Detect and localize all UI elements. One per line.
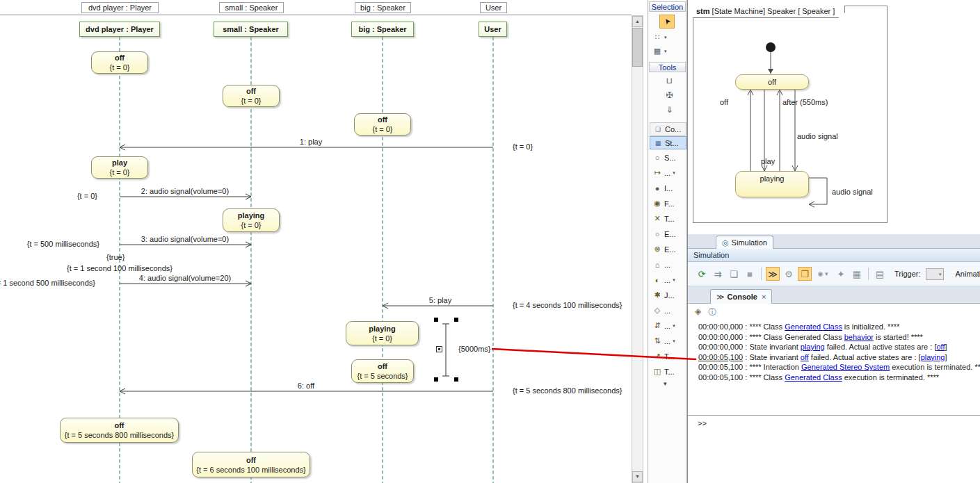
dropdown-icon[interactable]: ▾ <box>673 170 675 176</box>
state-invariant[interactable]: off{t = 5 seconds} <box>351 359 414 383</box>
palette-item[interactable]: ↗T... <box>650 350 686 363</box>
state-invariant[interactable]: off{t = 0} <box>91 51 148 74</box>
palette-tool-row[interactable]: ⇓ <box>650 103 686 116</box>
message-label[interactable]: 3: audio signal(volume=0) <box>109 235 262 243</box>
time-constraint-text[interactable]: {true} <box>106 253 124 261</box>
palette-tool-row[interactable]: ✠ <box>650 88 686 101</box>
time-constraint-text[interactable]: {t = 1 second 100 milliseconds} <box>67 264 172 272</box>
palette-tool-row[interactable]: ⊔ <box>650 74 686 87</box>
lifeline-head[interactable]: small : Speaker <box>214 22 288 37</box>
console-link[interactable]: Generated Class <box>785 373 842 382</box>
scroll-up-icon[interactable]: ▲ <box>632 16 643 27</box>
close-icon[interactable]: × <box>762 293 766 301</box>
lifeline-top-label[interactable]: big : Speaker <box>355 2 411 13</box>
selection-handle[interactable] <box>434 318 438 322</box>
palette-section-St[interactable]: ▦St... <box>650 136 686 149</box>
state-invariant[interactable]: off{t = 0} <box>223 85 280 107</box>
time-constraint-text[interactable]: {t = 500 milliseconds} <box>27 240 99 248</box>
message-label[interactable]: 5: play <box>364 296 517 304</box>
time-constraint-text[interactable]: {t = 0} <box>77 192 97 200</box>
console-link[interactable]: off <box>801 353 809 361</box>
palette-item[interactable]: ⌂... <box>650 258 686 271</box>
tab-simulation[interactable]: ◎ Simulation <box>716 236 773 249</box>
lifeline-head[interactable]: big : Speaker <box>351 22 414 37</box>
palette-item[interactable]: ✱J... <box>650 288 686 302</box>
trigger-dropdown[interactable]: ▾ <box>926 268 944 280</box>
palette-item[interactable]: ✕T... <box>650 212 686 225</box>
palette-item[interactable]: ⇅...▾ <box>650 334 686 347</box>
variables-table-icon[interactable]: ▦ <box>850 267 864 281</box>
lifeline-head[interactable]: User <box>479 22 507 37</box>
time-constraint-text[interactable]: {t = 5 seconds 800 milliseconds} <box>513 386 622 395</box>
settings-gear-icon[interactable]: ⚙ <box>782 267 796 281</box>
scroll-down-icon[interactable]: ▼ <box>632 471 643 482</box>
message-label[interactable]: 4: audio signal(volume=20) <box>109 274 262 282</box>
palette-item[interactable]: ◫T... <box>650 365 686 378</box>
time-constraint-text[interactable]: {t = 4 seconds 100 milliseconds} <box>513 301 622 309</box>
console-line[interactable]: 00:00:00,000 : **** Class Generated Clas… <box>698 322 980 332</box>
breakpoints-icon[interactable]: ◉ ▾ <box>814 267 832 281</box>
sm-transition-label[interactable]: audio signal <box>797 132 838 140</box>
palette-section-Co[interactable]: ❏Co... <box>650 122 686 136</box>
sm-state-playing[interactable]: playing <box>735 171 809 197</box>
dropdown-icon[interactable]: ▾ <box>664 49 667 54</box>
duration-constraint-label[interactable]: {5000ms} <box>458 345 490 353</box>
state-invariant[interactable]: off{t = 0} <box>354 113 411 136</box>
sm-transition-label[interactable]: audio signal <box>832 188 873 196</box>
palette-item[interactable]: ⇵...▾ <box>650 319 686 332</box>
step-icon[interactable]: ⇉ <box>711 267 725 281</box>
palette-item[interactable]: ◉F... <box>650 197 686 210</box>
message-label[interactable]: 1: play <box>234 138 387 146</box>
lifeline-top-label[interactable]: User <box>480 2 507 13</box>
windows-toggle-icon[interactable]: ❐ <box>798 267 812 281</box>
palette-item[interactable]: ⊗E... <box>650 243 686 256</box>
dropdown-icon[interactable]: ▾ <box>673 338 675 344</box>
console-link[interactable]: playing <box>921 353 945 361</box>
palette-tool-row[interactable]: ∷▾ <box>650 31 686 44</box>
lifeline-top-label[interactable]: dvd player : Player <box>81 2 159 13</box>
vertical-scrollbar[interactable]: ▲ ▼ <box>632 15 643 483</box>
console-output[interactable]: 00:00:00,000 : **** Class Generated Clas… <box>698 322 980 382</box>
selection-handle[interactable] <box>454 377 458 382</box>
time-constraint-text[interactable]: {t = 0} <box>513 142 533 151</box>
sequence-diagram-canvas[interactable]: dvd player : Playersmall : Speakerbig : … <box>0 0 632 483</box>
console-line[interactable]: 00:00:05,100 : **** Interaction Generate… <box>698 362 980 373</box>
run-icon[interactable]: ⟳ <box>695 267 709 281</box>
lock-icon[interactable]: ✦ <box>834 267 848 281</box>
selection-handle[interactable] <box>434 377 438 382</box>
dropdown-icon[interactable]: ▾ <box>673 277 675 283</box>
console-line[interactable]: 00:00:05,100 : **** Class Generated Clas… <box>698 373 980 383</box>
dropdown-icon[interactable]: ▾ <box>673 323 675 329</box>
console-link[interactable]: off <box>936 343 945 351</box>
state-invariant[interactable]: off{t = 5 seconds 800 milliseconds} <box>60 418 179 443</box>
copy-log-icon[interactable]: ❏ <box>727 267 741 281</box>
console-link[interactable]: behavior <box>844 333 874 341</box>
clear-console-icon[interactable]: ◈ <box>695 306 701 318</box>
console-toggle-icon[interactable]: ≫ <box>766 267 780 281</box>
info-icon[interactable]: ⓘ <box>708 306 716 318</box>
palette-item[interactable]: ◇... <box>650 304 686 317</box>
state-machine-diagram[interactable]: stm [State Machine] Speaker [ Speaker ] … <box>688 0 980 234</box>
message-label[interactable]: 2: audio signal(volume=0) <box>109 187 262 195</box>
lifeline-head[interactable]: dvd player : Player <box>79 22 160 37</box>
palette-item[interactable]: ◐...▾ <box>650 273 686 286</box>
sm-transition-label[interactable]: off <box>720 98 728 106</box>
state-invariant[interactable]: playing{t = 0} <box>223 208 280 232</box>
console-line[interactable]: 00:00:00,000 : **** Class Generated Clas… <box>698 332 980 343</box>
tab-console[interactable]: ≫ Console × <box>710 289 772 304</box>
dropdown-icon[interactable]: ▾ <box>664 35 667 40</box>
constraint-anchor-icon[interactable] <box>436 346 442 352</box>
console-link[interactable]: Generated Stereo System <box>801 363 890 371</box>
palette-item[interactable]: ○S... <box>650 151 686 164</box>
state-invariant[interactable]: off{t = 6 seconds 100 milliseconds} <box>192 452 310 477</box>
state-invariant[interactable]: playing{t = 0} <box>346 321 419 345</box>
palette-item[interactable]: ○E... <box>650 227 686 240</box>
console-line[interactable]: 00:00:00,000 : State invariant playing f… <box>698 342 980 352</box>
selection-handle[interactable] <box>454 318 458 322</box>
palette-item[interactable]: ↦...▾ <box>650 166 686 179</box>
selection-cursor-button[interactable]: ➤ <box>659 15 675 28</box>
lifeline-top-label[interactable]: small : Speaker <box>219 2 284 13</box>
console-input[interactable] <box>709 418 938 428</box>
palette-more-icon[interactable]: ▾ <box>664 380 667 387</box>
time-constraint-text[interactable]: {t = 1 second 500 milliseconds} <box>0 279 95 287</box>
